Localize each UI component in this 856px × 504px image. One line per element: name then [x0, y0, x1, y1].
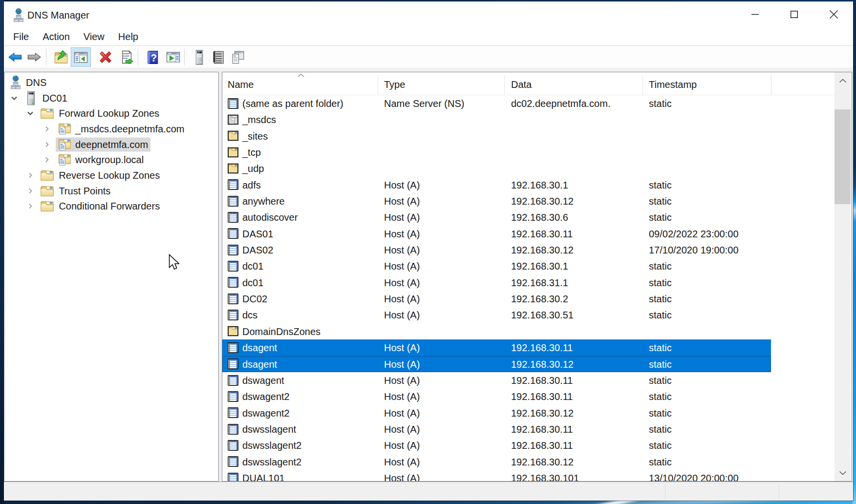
- record-row[interactable]: dswagent2Host (A)192.168.30.12static: [222, 405, 852, 421]
- record-delegation-icon: [228, 114, 238, 125]
- record-row[interactable]: dswsslagent2Host (A)192.168.30.12static: [222, 454, 852, 470]
- tree-item-conditional-forwarders[interactable]: Conditional Forwarders: [4, 199, 218, 214]
- cell-timestamp: 17/10/2020 19:00:00: [649, 242, 739, 258]
- tree-item-label: Conditional Forwarders: [59, 199, 160, 213]
- record-record-icon: [228, 473, 238, 481]
- column-divider[interactable]: [642, 75, 643, 95]
- tree-item-dc01[interactable]: DC01: [4, 90, 218, 106]
- new-window-from-here-button[interactable]: [163, 47, 183, 67]
- record-record-icon: [228, 179, 238, 190]
- record-record-icon: [228, 424, 238, 435]
- record-row[interactable]: dc01Host (A)192.168.31.1static: [222, 274, 852, 291]
- cell-timestamp: static: [649, 258, 672, 274]
- status-bar: [4, 482, 853, 501]
- column-header-timestamp[interactable]: Timestamp: [649, 72, 697, 95]
- column-divider[interactable]: [771, 75, 771, 95]
- scrollbar-up-button[interactable]: [835, 72, 851, 89]
- vertical-scrollbar[interactable]: [835, 72, 851, 481]
- record-row[interactable]: _msdcs: [222, 111, 852, 127]
- minimize-icon: [751, 10, 759, 19]
- tree-item-workgroup-local[interactable]: workgroup.local: [4, 152, 218, 168]
- column-header-data[interactable]: Data: [511, 72, 532, 95]
- cell-data: 192.168.30.12: [511, 454, 574, 470]
- maximize-icon: [790, 10, 798, 19]
- record-row[interactable]: adfsHost (A)192.168.30.1static: [222, 177, 852, 193]
- tree-selection-highlight: deepnetmfa.com: [56, 137, 150, 151]
- cell-timestamp: static: [649, 307, 672, 323]
- record-row[interactable]: dsagentHost (A)192.168.30.12static: [222, 356, 852, 372]
- tree-item-reverse-lookup-zones[interactable]: Reverse Lookup Zones: [4, 168, 218, 183]
- maximize-button[interactable]: [778, 1, 810, 27]
- tree-item-dns[interactable]: DNS: [4, 75, 218, 90]
- tree-item-forward-lookup-zones[interactable]: Forward Lookup Zones: [4, 105, 218, 121]
- cell-data: dc02.deepnetmfa.com.: [511, 95, 610, 111]
- minimize-button[interactable]: [739, 1, 770, 27]
- show-hide-console-tree-button[interactable]: [71, 47, 91, 67]
- record-row[interactable]: DUAL101Host (A)192.168.30.10113/10/2020 …: [222, 470, 852, 481]
- up-one-level-button[interactable]: [51, 47, 71, 67]
- tree-item-trust-points[interactable]: Trust Points: [4, 183, 218, 199]
- forward-button[interactable]: [24, 47, 44, 67]
- chevron-expanded-icon[interactable]: [10, 94, 18, 102]
- menu-view[interactable]: View: [77, 31, 111, 42]
- record-row[interactable]: dcsHost (A)192.168.30.51static: [222, 307, 852, 323]
- record-folder-icon: [228, 147, 238, 158]
- record-row[interactable]: DC02Host (A)192.168.30.2static: [222, 291, 852, 307]
- chevron-up-icon: [839, 79, 847, 83]
- column-divider[interactable]: [378, 75, 378, 95]
- record-row[interactable]: _sites: [222, 128, 852, 144]
- cell-name: DAS01: [242, 226, 273, 242]
- record-row[interactable]: DAS01Host (A)192.168.30.1109/02/2022 23:…: [222, 226, 852, 242]
- server-status-button[interactable]: [190, 47, 209, 67]
- scrollbar-thumb[interactable]: [835, 109, 851, 204]
- chevron-collapsed-icon[interactable]: [43, 156, 51, 164]
- record-list-button[interactable]: [209, 47, 228, 67]
- chevron-expanded-icon[interactable]: [26, 109, 34, 117]
- column-header-name[interactable]: Name: [228, 72, 254, 95]
- cell-timestamp: static: [649, 388, 672, 404]
- record-row[interactable]: dswagent2Host (A)192.168.30.11static: [222, 388, 852, 404]
- delete-button[interactable]: [96, 47, 115, 67]
- cell-name: dswagent2: [242, 405, 290, 421]
- record-row[interactable]: dswsslagentHost (A)192.168.30.11static: [222, 421, 852, 437]
- record-row[interactable]: DomainDnsZones: [222, 323, 852, 339]
- record-row[interactable]: _tcp: [222, 144, 852, 160]
- tree-item-deepnetmfa-com[interactable]: deepnetmfa.com: [4, 137, 218, 152]
- cell-name: dswsslagent2: [242, 454, 301, 470]
- tree-item-content: DNS: [9, 75, 49, 89]
- back-button[interactable]: [5, 47, 25, 67]
- chevron-collapsed-icon[interactable]: [43, 125, 51, 133]
- record-row[interactable]: (same as parent folder)Name Server (NS)d…: [222, 95, 852, 111]
- record-row[interactable]: dswsslagent2Host (A)192.168.30.11static: [222, 437, 852, 453]
- column-divider[interactable]: [504, 75, 505, 95]
- menu-help[interactable]: Help: [111, 31, 145, 42]
- cell-type: Host (A): [384, 454, 420, 470]
- list-column-header: NameTypeDataTimestamp: [222, 72, 835, 95]
- record-row[interactable]: autodiscoverHost (A)192.168.30.6static: [222, 209, 852, 225]
- cell-type: Host (A): [384, 209, 420, 225]
- record-row[interactable]: dc01Host (A)192.168.30.1static: [222, 258, 852, 274]
- help-button[interactable]: [144, 47, 162, 67]
- chevron-collapsed-icon[interactable]: [26, 202, 34, 210]
- cell-data: 192.168.30.11: [511, 437, 573, 453]
- tree-item--msdcs-deepnetmfa-com[interactable]: _msdcs.deepnetmfa.com: [4, 121, 218, 137]
- record-row[interactable]: anywhereHost (A)192.168.30.12static: [222, 193, 852, 209]
- chevron-collapsed-icon[interactable]: [26, 171, 34, 179]
- record-row[interactable]: DAS02Host (A)192.168.30.1217/10/2020 19:…: [222, 242, 852, 258]
- menu-action[interactable]: Action: [36, 31, 77, 42]
- export-list-button[interactable]: [117, 47, 136, 67]
- record-row[interactable]: dswagentHost (A)192.168.30.11static: [222, 372, 852, 388]
- record-row[interactable]: dsagentHost (A)192.168.30.11static: [222, 339, 852, 356]
- scrollbar-down-button[interactable]: [835, 464, 851, 481]
- cell-timestamp: static: [649, 454, 672, 470]
- record-row[interactable]: _udp: [222, 160, 852, 176]
- menu-file[interactable]: File: [6, 31, 36, 42]
- cell-name: dswagent: [242, 372, 284, 388]
- copy-view-button[interactable]: [228, 47, 248, 67]
- chevron-collapsed-icon[interactable]: [43, 141, 51, 148]
- zone-icon: [58, 138, 71, 150]
- column-header-type[interactable]: Type: [384, 72, 405, 95]
- close-button[interactable]: [818, 1, 849, 27]
- cell-timestamp: 13/10/2020 20:00:00: [649, 470, 739, 481]
- chevron-collapsed-icon[interactable]: [26, 187, 34, 195]
